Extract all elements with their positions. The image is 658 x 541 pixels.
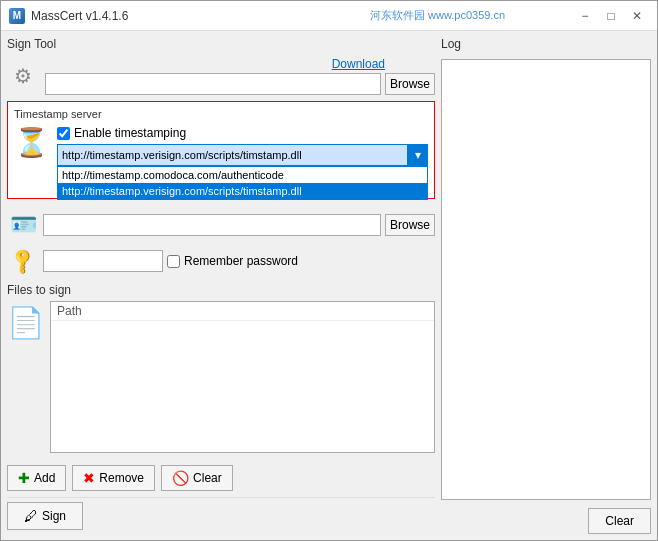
timestamp-inner: ⏳ Enable timestamping http://timestamp.v…	[14, 126, 428, 192]
sign-tool-input[interactable]	[45, 73, 381, 95]
cert-file-row: 🪪 Browse	[7, 209, 435, 241]
remove-icon: ✖	[83, 470, 95, 486]
sign-tool-input-row: Browse	[45, 73, 435, 95]
clear-log-button[interactable]: Clear	[588, 508, 651, 534]
files-icon-wrap: 📄	[7, 301, 44, 453]
enable-timestamp-checkbox[interactable]	[57, 127, 70, 140]
gear-icon-wrap: ⚙	[7, 60, 39, 92]
timestamp-right: Enable timestamping http://timestamp.ver…	[57, 126, 428, 192]
left-panel: Sign Tool ⚙ Download Browse T	[7, 37, 435, 534]
files-inner: 📄 Path	[7, 301, 435, 453]
key-icon-wrap: 🔑	[7, 245, 39, 277]
app-icon: M	[9, 8, 25, 24]
timestamp-dropdown-arrow[interactable]: ▾	[408, 144, 428, 166]
sign-icon: 🖊	[24, 508, 38, 524]
timestamp-option-1[interactable]: http://timestamp.comodoca.com/authentico…	[58, 167, 427, 183]
window-title: MassCert v1.4.1.6	[31, 9, 302, 23]
sign-tool-section: Sign Tool ⚙ Download Browse	[7, 37, 435, 95]
sign-button[interactable]: 🖊 Sign	[7, 502, 83, 530]
sign-tool-browse-button[interactable]: Browse	[385, 73, 435, 95]
remember-password-label: Remember password	[184, 254, 298, 268]
sign-tool-header: ⚙ Download Browse	[7, 57, 435, 95]
minimize-button[interactable]: −	[573, 6, 597, 26]
files-label: Files to sign	[7, 283, 435, 297]
cert-file-icon: 🪪	[10, 212, 37, 238]
sign-label: Sign	[42, 509, 66, 523]
timestamp-url-input[interactable]: http://timestamp.verisign.com/scripts/ti…	[57, 144, 408, 166]
remove-button[interactable]: ✖ Remove	[72, 465, 155, 491]
sign-tool-right: Download Browse	[45, 57, 435, 95]
password-row: 🔑 Remember password	[7, 245, 435, 277]
remember-row: Remember password	[167, 254, 435, 268]
log-area[interactable]	[441, 59, 651, 500]
add-icon: ✚	[18, 470, 30, 486]
cert-icon-wrap: 🪪	[7, 209, 39, 241]
files-list-area[interactable]: Path	[50, 301, 435, 453]
key-icon: 🔑	[7, 245, 38, 276]
sign-tool-label: Sign Tool	[7, 37, 435, 51]
log-bottom: Clear	[441, 504, 651, 534]
main-window: M MassCert v1.4.1.6 河东软件园 www.pc0359.cn …	[0, 0, 658, 541]
files-path-header: Path	[51, 302, 434, 321]
enable-timestamp-row: Enable timestamping	[57, 126, 428, 140]
window-controls: − □ ✕	[573, 6, 649, 26]
cert-file-input[interactable]	[43, 214, 381, 236]
maximize-button[interactable]: □	[599, 6, 623, 26]
right-panel: Log Clear	[441, 37, 651, 534]
clear-files-icon: 🚫	[172, 470, 189, 486]
gear-icon: ⚙	[14, 64, 32, 88]
hourglass-icon: ⏳	[14, 126, 49, 192]
files-content	[51, 321, 434, 452]
titlebar: M MassCert v1.4.1.6 河东软件园 www.pc0359.cn …	[1, 1, 657, 31]
timestamp-title: Timestamp server	[14, 108, 428, 120]
timestamp-option-2[interactable]: http://timestamp.verisign.com/scripts/ti…	[58, 183, 427, 199]
add-button[interactable]: ✚ Add	[7, 465, 66, 491]
log-label: Log	[441, 37, 651, 51]
enable-timestamp-label: Enable timestamping	[74, 126, 186, 140]
files-toolbar: ✚ Add ✖ Remove 🚫 Clear	[7, 459, 435, 491]
sign-row: 🖊 Sign	[7, 497, 435, 534]
remember-password-checkbox[interactable]	[167, 255, 180, 268]
timestamp-section: Timestamp server ⏳ Enable timestamping h…	[7, 101, 435, 199]
clear-files-button[interactable]: 🚫 Clear	[161, 465, 233, 491]
timestamp-dropdown-row: http://timestamp.verisign.com/scripts/ti…	[57, 144, 428, 166]
timestamp-dropdown-container: http://timestamp.verisign.com/scripts/ti…	[57, 144, 428, 166]
download-link[interactable]: Download	[332, 57, 385, 71]
files-icon: 📄	[7, 305, 44, 340]
remove-label: Remove	[99, 471, 144, 485]
watermark: 河东软件园 www.pc0359.cn	[302, 8, 573, 23]
timestamp-dropdown-list: http://timestamp.comodoca.com/authentico…	[57, 166, 428, 200]
main-content: Sign Tool ⚙ Download Browse T	[1, 31, 657, 540]
add-label: Add	[34, 471, 55, 485]
password-input[interactable]	[43, 250, 163, 272]
close-button[interactable]: ✕	[625, 6, 649, 26]
clear-files-label: Clear	[193, 471, 222, 485]
files-section: Files to sign 📄 Path	[7, 283, 435, 453]
cert-file-browse-button[interactable]: Browse	[385, 214, 435, 236]
cert-password-section: 🪪 Browse 🔑 Remember password	[7, 209, 435, 277]
